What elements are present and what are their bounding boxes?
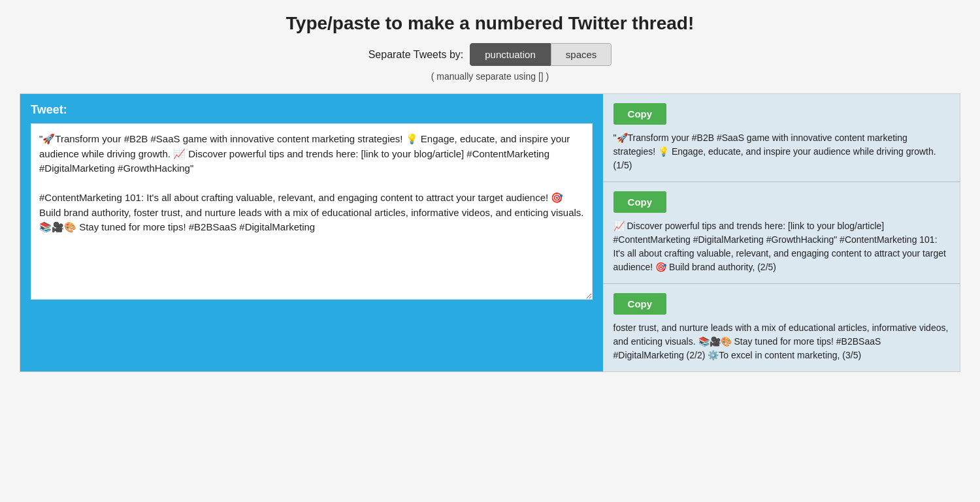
page-title: Type/paste to make a numbered Twitter th… (20, 13, 960, 34)
header: Type/paste to make a numbered Twitter th… (20, 13, 960, 82)
tweet-card: Copy"🚀Transform your #B2B #SaaS game wit… (603, 94, 960, 182)
copy-button-3[interactable]: Copy (613, 293, 667, 315)
tweet-card-text-1: "🚀Transform your #B2B #SaaS game with in… (613, 131, 949, 172)
separator-row: Separate Tweets by: punctuation spaces (20, 43, 960, 66)
hint-text: ( manually separate using [] ) (20, 71, 960, 82)
spaces-toggle[interactable]: spaces (551, 43, 612, 66)
left-panel: Tweet: (20, 94, 603, 371)
tweet-card: Copy📈 Discover powerful tips and trends … (603, 182, 960, 284)
punctuation-toggle[interactable]: punctuation (470, 43, 551, 66)
tweet-card-text-2: 📈 Discover powerful tips and trends here… (613, 219, 949, 274)
copy-button-1[interactable]: Copy (613, 103, 667, 125)
tweet-label: Tweet: (31, 103, 593, 117)
copy-button-2[interactable]: Copy (613, 191, 667, 213)
tweet-card: Copyfoster trust, and nurture leads with… (603, 284, 960, 371)
right-panel: Copy"🚀Transform your #B2B #SaaS game wit… (603, 94, 960, 371)
tweet-card-text-3: foster trust, and nurture leads with a m… (613, 321, 949, 362)
separator-label: Separate Tweets by: (368, 49, 464, 61)
tweet-textarea[interactable] (31, 123, 593, 300)
main-content: Tweet: Copy"🚀Transform your #B2B #SaaS g… (20, 93, 960, 372)
toggle-group: punctuation spaces (470, 43, 612, 66)
